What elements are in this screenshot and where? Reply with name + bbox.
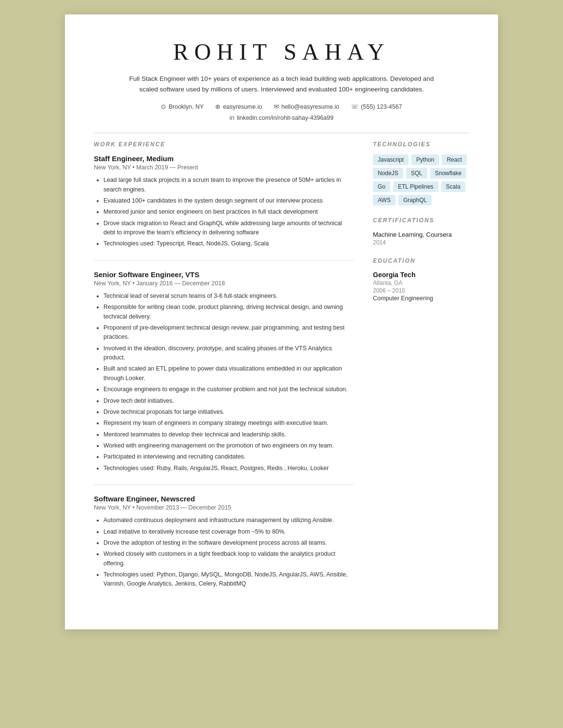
work-experience-title: WORK EXPERIENCE xyxy=(94,141,354,148)
list-item: Involved in the ideation, discovery, pro… xyxy=(103,344,354,363)
candidate-name: ROHIT SAHAY xyxy=(94,38,469,65)
list-item: Technologies used: Typescript, React, No… xyxy=(103,239,354,248)
resume-page: ROHIT SAHAY Full Stack Engineer with 10+… xyxy=(65,14,498,629)
list-item: Participated in interviewing and recruit… xyxy=(103,452,354,461)
tech-tag-item: GraphQL xyxy=(398,195,432,205)
list-item: Responsible for writing clean code, prod… xyxy=(103,303,354,321)
job-entry-1: Staff Engineer, Medium New York, NY • Ma… xyxy=(94,154,354,249)
job-separator-2 xyxy=(94,485,354,485)
list-item: Worked closely with customers in a tight… xyxy=(103,549,354,568)
list-item: Technologies used: Ruby, Rails, AngularJ… xyxy=(103,464,354,473)
tech-tag-item: Snowflake xyxy=(430,168,466,179)
phone-item: ☏ (555) 123-4567 xyxy=(351,103,402,110)
job-title-2: Senior Software Engineer, VTS xyxy=(94,270,354,279)
tech-tag-item: Javascript xyxy=(373,154,409,165)
email-item: ✉ hello@easyresume.io xyxy=(274,103,339,110)
email-text: hello@easyresume.io xyxy=(282,103,339,110)
list-item: Drove tech debt initiatives. xyxy=(103,396,354,406)
list-item: Drove technical proposals for large init… xyxy=(103,408,354,417)
list-item: Represent my team of engineers in compan… xyxy=(103,419,354,428)
job-meta-3: New York, NY • November 2013 — December … xyxy=(94,504,354,511)
website-text: easyresume.io xyxy=(223,103,262,110)
work-experience-section: WORK EXPERIENCE Staff Engineer, Medium N… xyxy=(94,141,354,589)
cert-name-1: Machine Learning, Coursera xyxy=(373,230,469,239)
list-item: Drove the adoption of testing in the sof… xyxy=(103,538,354,548)
tech-tag-item: NodeJS xyxy=(373,168,403,179)
globe-icon: ⊕ xyxy=(215,103,220,110)
email-icon: ✉ xyxy=(274,103,279,110)
linkedin-row: in linkedin.com/in/rohit-sahay-4396a99 xyxy=(94,114,469,121)
tech-tag-item: Python xyxy=(411,154,439,165)
education-title: EDUCATION xyxy=(373,257,469,264)
list-item: Mentored teammates to develop their tech… xyxy=(103,430,354,439)
job-title-1: Staff Engineer, Medium xyxy=(94,154,354,163)
tech-tag-item: AWS xyxy=(373,195,396,205)
list-item: Technologies used: Python, Django, MySQL… xyxy=(103,570,354,589)
candidate-summary: Full Stack Engineer with 10+ years of ex… xyxy=(128,74,435,94)
website-item: ⊕ easyresume.io xyxy=(215,103,262,110)
tech-tag-item: SQL xyxy=(406,168,427,179)
certifications-section: CERTIFICATIONS Machine Learning, Courser… xyxy=(373,217,469,246)
tech-tags: JavascriptPythonReactNodeJSSQLSnowflakeG… xyxy=(373,154,469,205)
list-item: Automated continuous deployment and infr… xyxy=(103,516,354,525)
education-section: EDUCATION Georgia Tech Atlanta, GA 2006 … xyxy=(373,257,469,302)
contact-row: ⊙ Brooklyn, NY ⊕ easyresume.io ✉ hello@e… xyxy=(94,103,469,110)
location-item: ⊙ Brooklyn, NY xyxy=(161,103,204,110)
list-item: Built and scaled an ETL pipeline to powe… xyxy=(103,364,354,383)
edu-location-1: Atlanta, GA xyxy=(373,280,469,286)
list-item: Technical lead of several scrum teams of… xyxy=(103,292,354,301)
tech-tag-item: React xyxy=(442,154,466,165)
job-meta-1: New York, NY • March 2019 — Present xyxy=(94,164,354,171)
edu-entry-1: Georgia Tech Atlanta, GA 2006 – 2010 Com… xyxy=(373,271,469,302)
job-title-3: Software Engineer, Newscred xyxy=(94,495,354,503)
edu-degree-1: Computer Engineering xyxy=(373,295,469,302)
resume-header: ROHIT SAHAY Full Stack Engineer with 10+… xyxy=(94,38,469,121)
job-bullets-1: Lead large full stack projects in a scru… xyxy=(94,176,354,249)
left-column: WORK EXPERIENCE Staff Engineer, Medium N… xyxy=(94,141,354,600)
job-entry-3: Software Engineer, Newscred New York, NY… xyxy=(94,495,354,589)
technologies-title: TECHNOLOGIES xyxy=(373,141,469,148)
list-item: Drove stack migration to React and Graph… xyxy=(103,219,354,238)
cert-year-1: 2014 xyxy=(373,239,469,246)
tech-tag-item: Scala xyxy=(441,181,465,192)
tech-tag-item: Go xyxy=(373,181,390,192)
cert-entry-1: Machine Learning, Coursera 2014 xyxy=(373,230,469,246)
job-entry-2: Senior Software Engineer, VTS New York, … xyxy=(94,270,354,473)
job-separator-1 xyxy=(94,260,354,261)
location-text: Brooklyn, NY xyxy=(168,103,204,110)
list-item: Lead large full stack projects in a scru… xyxy=(103,176,354,194)
right-column: TECHNOLOGIES JavascriptPythonReactNodeJS… xyxy=(373,141,469,600)
location-icon: ⊙ xyxy=(161,103,166,110)
phone-icon: ☏ xyxy=(351,103,358,110)
list-item: Worked with engineering management on th… xyxy=(103,441,354,450)
list-item: Mentored junior and senior engineers on … xyxy=(103,207,354,217)
tech-tag-item: ETL Pipelines xyxy=(393,181,438,192)
job-bullets-2: Technical lead of several scrum teams of… xyxy=(94,292,354,473)
job-meta-2: New York, NY • January 2016 — December 2… xyxy=(94,280,354,287)
technologies-section: TECHNOLOGIES JavascriptPythonReactNodeJS… xyxy=(373,141,469,205)
list-item: Proponent of pre-development technical d… xyxy=(103,323,354,342)
list-item: Lead initiative to iteratively increase … xyxy=(103,527,354,536)
list-item: Encourage engineers to engage in the cus… xyxy=(103,385,354,394)
job-bullets-3: Automated continuous deployment and infr… xyxy=(94,516,354,589)
linkedin-icon: in xyxy=(230,114,234,121)
main-content: WORK EXPERIENCE Staff Engineer, Medium N… xyxy=(94,141,469,600)
list-item: Evaluated 100+ candidates in the system … xyxy=(103,196,354,205)
edu-years-1: 2006 – 2010 xyxy=(373,287,469,294)
linkedin-text: linkedin.com/in/rohit-sahay-4396a99 xyxy=(237,115,333,121)
header-divider xyxy=(94,133,469,133)
certifications-title: CERTIFICATIONS xyxy=(373,217,469,224)
edu-school-1: Georgia Tech xyxy=(373,271,469,279)
phone-text: (555) 123-4567 xyxy=(361,103,402,110)
